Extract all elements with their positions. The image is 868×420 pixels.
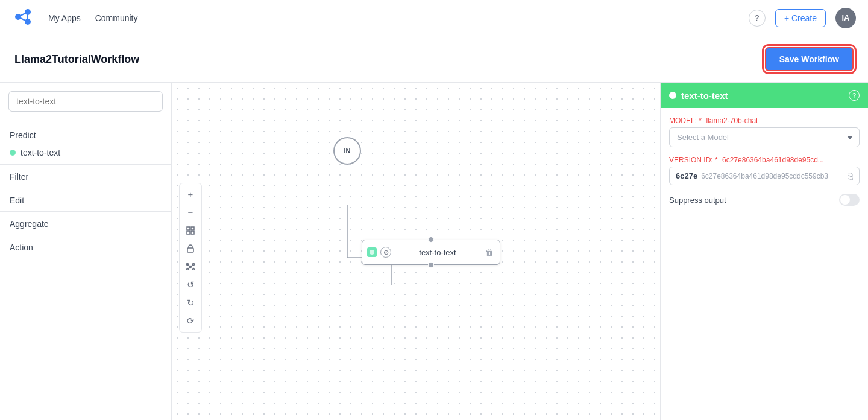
sidebar-divider-3: [0, 188, 171, 188]
rp-copy-icon[interactable]: ⎘: [848, 171, 853, 181]
sidebar-divider-4: [0, 211, 171, 212]
rp-help-button[interactable]: ?: [849, 90, 860, 101]
create-button[interactable]: + Create: [775, 9, 826, 27]
nav-community[interactable]: Community: [95, 13, 138, 23]
svg-rect-13: [191, 231, 194, 234]
sidebar: Predict text-to-text Filter Edit Aggrega…: [0, 83, 172, 420]
node-dot-bottom: [428, 262, 434, 268]
rp-version-box: 6c27e 6c27e86364ba461d98de95cddc559cb3 ⎘: [669, 167, 860, 185]
workflow-title: Llama2TutorialWorkflow: [14, 53, 139, 66]
nav-my-apps[interactable]: My Apps: [48, 13, 81, 23]
rp-version-label: VERSION ID: * 6c27e86364ba461d98de95cd..…: [669, 156, 860, 164]
svg-point-9: [370, 250, 374, 255]
svg-rect-14: [187, 248, 193, 252]
rp-version-short: 6c27e: [676, 171, 697, 180]
rp-status-dot: [669, 92, 676, 99]
header-row: Llama2TutorialWorkflow Save Workflow: [0, 36, 868, 83]
canvas-toolbar: + −: [179, 183, 202, 332]
sidebar-aggregate-label: Aggregate: [0, 214, 171, 232]
logo[interactable]: [12, 6, 34, 30]
sidebar-divider-5: [0, 235, 171, 235]
right-panel: text-to-text ? MODEL: * llama2-70b-chat …: [660, 83, 868, 420]
rp-model-label: MODEL: * llama2-70b-chat: [669, 116, 860, 125]
main-layout: Predict text-to-text Filter Edit Aggrega…: [0, 83, 868, 420]
rp-suppress-row: Suppress output: [669, 194, 860, 206]
rp-version-long: 6c27e86364ba461d98de95cddc559cb3: [701, 172, 844, 180]
rp-suppress-label: Suppress output: [669, 196, 726, 205]
sidebar-action-label: Action: [0, 238, 171, 256]
redo-button[interactable]: ↻: [182, 294, 199, 311]
help-button[interactable]: ?: [749, 10, 766, 27]
lock-button[interactable]: [182, 240, 199, 257]
flow-node-delete-icon[interactable]: 🗑: [484, 247, 495, 258]
sidebar-edit-label: Edit: [0, 191, 171, 209]
rp-model-select[interactable]: Select a Model: [669, 127, 860, 147]
fit-screen-button[interactable]: [182, 222, 199, 239]
zoom-in-button[interactable]: +: [182, 186, 199, 203]
sidebar-divider-1: [0, 122, 171, 123]
flow-node-icon: [367, 247, 377, 257]
svg-rect-10: [187, 227, 190, 230]
svg-rect-11: [191, 227, 194, 230]
flow-node-text-to-text[interactable]: ⊘ text-to-text 🗑: [362, 240, 500, 265]
refresh-button[interactable]: ⟳: [182, 313, 199, 329]
right-panel-body: MODEL: * llama2-70b-chat Select a Model …: [661, 108, 868, 214]
avatar[interactable]: IA: [835, 8, 856, 28]
sidebar-divider-2: [0, 164, 171, 165]
sidebar-item-text-to-text[interactable]: text-to-text: [0, 144, 171, 162]
save-workflow-button[interactable]: Save Workflow: [765, 47, 854, 71]
layout-button[interactable]: [182, 258, 199, 275]
sidebar-text-to-text-label: text-to-text: [20, 148, 60, 158]
svg-rect-12: [187, 231, 190, 234]
flow-node-label: text-to-text: [395, 248, 480, 257]
sidebar-filter-label: Filter: [0, 167, 171, 185]
undo-button[interactable]: ↺: [182, 276, 199, 293]
rp-model-field: MODEL: * llama2-70b-chat Select a Model: [669, 116, 860, 147]
flow-node-status-icon: ⊘: [380, 247, 391, 258]
text-to-text-dot: [10, 150, 16, 156]
zoom-out-button[interactable]: −: [182, 204, 199, 221]
node-dot-top: [428, 237, 434, 243]
topnav: My Apps Community ? + Create IA: [0, 0, 868, 36]
svg-point-18: [193, 268, 195, 270]
rp-suppress-toggle[interactable]: [839, 194, 860, 206]
sidebar-search-input[interactable]: [8, 91, 163, 112]
sidebar-predict-label: Predict: [0, 126, 171, 144]
rp-version-field: VERSION ID: * 6c27e86364ba461d98de95cd..…: [669, 156, 860, 185]
create-label: + Create: [784, 13, 817, 23]
connector-svg: [322, 137, 443, 318]
canvas-area[interactable]: IN ⊘ text-to-text 🗑 + −: [172, 83, 660, 420]
in-node: IN: [333, 137, 361, 165]
right-panel-header: text-to-text ?: [661, 83, 868, 108]
rp-title: text-to-text: [681, 91, 844, 101]
flow-node-actions: 🗑: [484, 247, 495, 258]
